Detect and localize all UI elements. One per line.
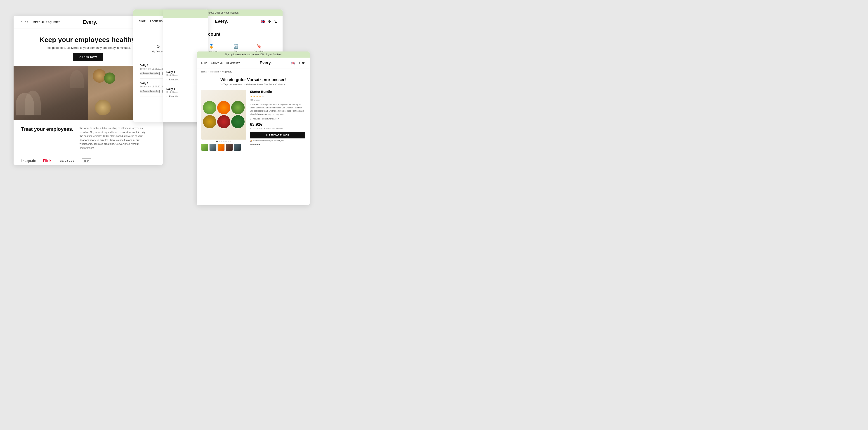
w1-nav-shop[interactable]: SHOP bbox=[21, 21, 28, 24]
w1-bottom-heading: Treat your employees. bbox=[21, 126, 73, 132]
w4-logo[interactable]: Every. bbox=[240, 61, 291, 65]
account-icon[interactable]: ⊙ bbox=[268, 19, 271, 24]
breadcrumb-veganaury[interactable]: Veganaury bbox=[222, 71, 232, 73]
dot-6[interactable] bbox=[228, 141, 229, 142]
dot-3[interactable] bbox=[221, 141, 222, 142]
bowl-grid bbox=[201, 99, 246, 130]
w4-nav-about[interactable]: ABOUT US bbox=[211, 62, 223, 64]
product-details: Starter Bundle ★ ★ ★ ★ ★ (38 reviews) Da… bbox=[250, 90, 305, 153]
bowl-5 bbox=[217, 115, 230, 129]
partial-reorder-icon-1: ↻ bbox=[166, 78, 168, 81]
partner-knuspr: knuspr.de bbox=[21, 159, 36, 163]
w2-nav-icons: 🇬🇧 ⊙ 🛍 bbox=[260, 19, 277, 24]
my-account-title: My account bbox=[133, 27, 283, 40]
dot-2[interactable] bbox=[219, 141, 220, 142]
star-1: ★ bbox=[250, 95, 252, 98]
section-subtitle: 31 Tage gut essen und noch besser fühlen… bbox=[201, 83, 305, 86]
thumbnail-3[interactable] bbox=[217, 144, 225, 151]
partner-becycle: BE CYCLE bbox=[60, 159, 74, 162]
w4-nav-community[interactable]: COMMUNITY bbox=[226, 62, 240, 64]
product-main-image bbox=[201, 90, 246, 139]
reorder-icon-2: ↻ bbox=[140, 90, 142, 93]
section-title: Wie ein guter Vorsatz, nur besser! bbox=[201, 75, 305, 83]
my-account-tab-icon: ⊙ bbox=[156, 44, 160, 49]
product-content: Starter Bundle ★ ★ ★ ★ ★ (38 reviews) Da… bbox=[197, 90, 310, 156]
product-price: 63,92€ bbox=[250, 122, 305, 127]
breadcrumb: Home › Kollektion › Veganaury bbox=[197, 68, 310, 75]
w1-bottom-body: We want to make nutritious eating as eff… bbox=[80, 126, 147, 150]
w2-navbar: SHOP ABOUT US COMMUNITY Every. 🇬🇧 ⊙ 🛍 bbox=[133, 16, 283, 27]
product-description: Das Probierpaket gibt Dir eine aufregend… bbox=[250, 103, 305, 116]
star-3: ★ bbox=[256, 95, 258, 98]
w4-nav-icons: 🇬🇧 ⊙ 🛍 bbox=[291, 61, 305, 65]
bottom-rating: ★★★★★ bbox=[250, 143, 305, 146]
product-reviews: (38 reviews) bbox=[250, 99, 305, 101]
w2-promo-banner: Sign up for newsletter and recieve 10% o… bbox=[133, 9, 283, 16]
external-link-icon: ↗ bbox=[277, 118, 279, 120]
partner-geen: geen bbox=[82, 159, 91, 163]
breadcrumb-sep-1: › bbox=[208, 71, 209, 73]
product-image-area bbox=[201, 90, 246, 153]
products-link[interactable]: 9 Produkte - klicke für Details ↗ bbox=[250, 118, 305, 120]
w1-cta-button[interactable]: ORDER NOW bbox=[73, 53, 103, 61]
reorder-icon-1: ↻ bbox=[140, 72, 142, 75]
thumbnail-1[interactable] bbox=[201, 144, 209, 151]
product-price-sub: 1,71€ pro 100g inkl. MwSt., inkl. Versan… bbox=[250, 127, 305, 129]
dot-4[interactable] bbox=[223, 141, 224, 142]
w4-navbar: SHOP ABOUT US COMMUNITY Every. 🇬🇧 ⊙ 🛍 bbox=[197, 58, 310, 68]
w1-bottom-text: Treat your employees. bbox=[21, 126, 73, 134]
thumbnail-5[interactable] bbox=[234, 144, 241, 151]
w1-image-left bbox=[13, 66, 88, 120]
bowl-2 bbox=[217, 101, 230, 114]
w1-partners: knuspr.de Flink+ BE CYCLE geen bbox=[13, 155, 163, 165]
product-title: Starter Bundle bbox=[250, 90, 305, 94]
reorder-btn-2[interactable]: ↻ Erneut bestellen bbox=[140, 90, 160, 93]
partial-reorder-icon-2: ↻ bbox=[166, 95, 168, 98]
product-stars: ★ ★ ★ ★ ★ bbox=[250, 95, 305, 98]
breadcrumb-kollektion[interactable]: Kollektion bbox=[210, 71, 219, 73]
w2-nav-shop[interactable]: SHOP bbox=[139, 20, 146, 23]
w4-account-icon[interactable]: ⊙ bbox=[298, 61, 300, 65]
window-product-page: Sign up for newsletter and recieve 10% o… bbox=[197, 52, 310, 205]
w4-nav-shop[interactable]: SHOP bbox=[201, 62, 208, 64]
w4-promo-banner: Sign up for newsletter and recieve 10% o… bbox=[197, 52, 310, 58]
star-4: ★ bbox=[259, 95, 261, 98]
bowl-1 bbox=[203, 101, 216, 114]
breadcrumb-home[interactable]: Home bbox=[201, 71, 207, 73]
bowl-4 bbox=[203, 115, 216, 129]
shipping-icon: 🚚 bbox=[250, 140, 252, 142]
add-to-cart-button[interactable]: IN DEN WARENKORB bbox=[250, 132, 305, 138]
product-thumbnails bbox=[201, 144, 246, 153]
cart-icon[interactable]: 🛍 bbox=[274, 20, 277, 24]
favoriten-tab-icon: 🔖 bbox=[256, 44, 261, 49]
w1-nav-special[interactable]: SPECIAL REQUESTS bbox=[33, 21, 60, 24]
w4-nav-links: SHOP ABOUT US COMMUNITY bbox=[201, 62, 240, 64]
language-icon[interactable]: 🇬🇧 bbox=[260, 19, 265, 24]
w1-logo[interactable]: Every. bbox=[60, 19, 119, 25]
loyalty-tab-icon: 🏅 bbox=[209, 44, 214, 49]
w4-language-icon[interactable]: 🇬🇧 bbox=[291, 61, 295, 65]
bowl-6 bbox=[231, 115, 245, 129]
thumbnail-2[interactable] bbox=[209, 144, 217, 151]
star-2: ★ bbox=[253, 95, 255, 98]
w1-bottom-section: Treat your employees. We want to make nu… bbox=[13, 120, 163, 155]
w2-nav-about[interactable]: ABOUT US bbox=[150, 20, 163, 23]
breadcrumb-sep-2: › bbox=[220, 71, 221, 73]
reorder-btn-1[interactable]: ↻ Erneut bestellen bbox=[140, 72, 160, 75]
star-5: ★ bbox=[262, 95, 264, 98]
dot-7[interactable] bbox=[230, 141, 231, 142]
dot-5[interactable] bbox=[225, 141, 227, 142]
partner-flink: Flink+ bbox=[43, 159, 53, 163]
w1-nav-links: SHOP SPECIAL REQUESTS bbox=[21, 21, 60, 24]
abo-tab-icon: 🔄 bbox=[234, 44, 239, 49]
image-dots bbox=[201, 139, 246, 144]
free-shipping-badge: 🚚 Kostenloser Versand (Du sparst 5,99€) bbox=[250, 140, 305, 142]
bowl-3 bbox=[231, 101, 245, 114]
w4-cart-icon[interactable]: 🛍 bbox=[302, 61, 305, 65]
dot-1[interactable] bbox=[216, 141, 218, 142]
thumbnail-4[interactable] bbox=[225, 144, 233, 151]
